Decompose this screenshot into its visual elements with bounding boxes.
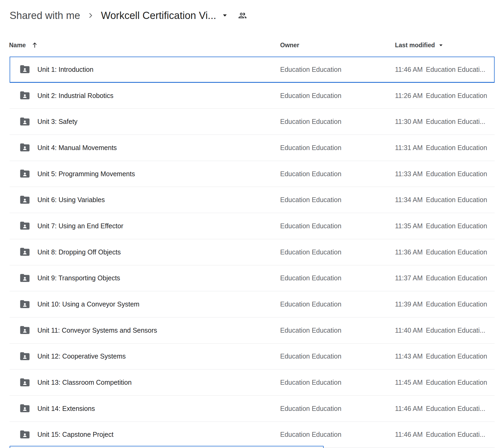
table-row[interactable]: Unit 12: Cooperative Systems Education E… [10, 344, 495, 370]
modified-time: 11:39 AM [395, 300, 423, 308]
owner-name: Education Education [280, 66, 395, 73]
folder-name: Unit 15: Capstone Project [37, 431, 280, 438]
modified-by: Education Education [426, 352, 487, 360]
sort-ascending-arrow-icon [31, 41, 39, 49]
last-modified-cell: 11:33 AM Education Education [395, 170, 495, 178]
modified-time: 11:36 AM [395, 248, 423, 256]
modified-by: Education Educati... [426, 327, 485, 334]
modified-time: 11:40 AM [395, 327, 423, 334]
shared-folder-icon [19, 351, 30, 362]
owner-name: Education Education [280, 222, 395, 230]
modified-time: 11:26 AM [395, 92, 423, 100]
last-modified-cell: 11:36 AM Education Education [395, 248, 495, 256]
modified-by: Education Educati... [426, 118, 485, 125]
folder-name: Unit 12: Cooperative Systems [37, 352, 280, 360]
partial-selected-row[interactable] [10, 446, 324, 448]
folder-name: Unit 4: Manual Movements [37, 144, 280, 152]
table-row[interactable]: Unit 4: Manual Movements Education Educa… [10, 135, 495, 161]
last-modified-cell: 11:30 AM Education Educati... [395, 118, 495, 125]
shared-folder-icon [19, 429, 30, 440]
last-modified-cell: 11:46 AM Education Educati... [395, 431, 495, 438]
owner-name: Education Education [280, 144, 395, 152]
modified-by: Education Educati... [426, 431, 485, 438]
owner-name: Education Education [280, 248, 395, 256]
modified-by: Education Education [426, 274, 487, 282]
file-list: Unit 1: Introduction Education Education… [10, 57, 495, 448]
table-header: Name Owner Last modified [0, 23, 501, 57]
table-row[interactable]: Unit 1: Introduction Education Education… [10, 57, 495, 83]
folder-name: Unit 11: Conveyor Systems and Sensors [37, 327, 280, 334]
modified-time: 11:33 AM [395, 170, 423, 178]
modified-time: 11:45 AM [395, 379, 423, 386]
shared-folder-icon [19, 246, 30, 258]
modified-by: Education Education [426, 144, 487, 152]
last-modified-cell: 11:46 AM Education Educati... [395, 405, 495, 412]
table-row[interactable]: Unit 11: Conveyor Systems and Sensors Ed… [10, 317, 495, 344]
folder-name: Unit 1: Introduction [37, 66, 280, 73]
folder-name: Unit 13: Classroom Competition [37, 379, 280, 386]
table-row[interactable]: Unit 9: Transporting Objects Education E… [10, 265, 495, 292]
table-row[interactable]: Unit 10: Using a Conveyor System Educati… [10, 291, 495, 317]
folder-name: Unit 5: Programming Movements [37, 170, 280, 178]
table-row[interactable]: Unit 7: Using an End Effector Education … [10, 213, 495, 239]
modified-time: 11:46 AM [395, 431, 423, 438]
table-row[interactable]: Unit 13: Classroom Competition Education… [10, 370, 495, 396]
caret-down-icon [439, 44, 443, 47]
breadcrumb-shared-with-me[interactable]: Shared with me [10, 10, 80, 21]
shared-folder-icon [19, 273, 30, 284]
shared-folder-icon [19, 90, 30, 101]
modified-time: 11:43 AM [395, 352, 423, 360]
chevron-right-icon [87, 11, 95, 19]
modified-time: 11:30 AM [395, 118, 423, 125]
owner-name: Education Education [280, 327, 395, 334]
modified-time: 11:35 AM [395, 222, 423, 230]
folder-name: Unit 6: Using Variables [37, 196, 280, 204]
breadcrumb-current-folder[interactable]: Workcell Certification Vi... [101, 10, 216, 21]
column-header-name-label: Name [9, 42, 26, 49]
caret-down-icon[interactable] [222, 14, 228, 17]
column-header-owner: Owner [280, 42, 395, 49]
shared-folder-icon [19, 325, 30, 336]
shared-folder-icon [19, 299, 30, 310]
table-row[interactable]: Unit 8: Dropping Off Objects Education E… [10, 239, 495, 265]
owner-name: Education Education [280, 118, 395, 125]
modified-by: Education Education [426, 170, 487, 178]
people-icon [238, 11, 247, 20]
shared-folder-icon [19, 403, 30, 414]
table-row[interactable]: Unit 5: Programming Movements Education … [10, 161, 495, 187]
owner-name: Education Education [280, 300, 395, 308]
column-header-name[interactable]: Name [9, 41, 280, 49]
owner-name: Education Education [280, 405, 395, 412]
last-modified-cell: 11:37 AM Education Education [395, 274, 495, 282]
modified-by: Education Education [426, 300, 487, 308]
table-row[interactable]: Unit 3: Safety Education Education 11:30… [10, 109, 495, 135]
modified-by: Education Educati... [426, 66, 485, 73]
last-modified-cell: 11:40 AM Education Educati... [395, 327, 495, 334]
shared-folder-icon [19, 64, 30, 75]
owner-name: Education Education [280, 431, 395, 438]
owner-name: Education Education [280, 92, 395, 100]
last-modified-cell: 11:46 AM Education Educati... [395, 66, 495, 73]
modified-by: Education Education [426, 222, 487, 230]
last-modified-cell: 11:34 AM Education Education [395, 196, 495, 204]
owner-name: Education Education [280, 196, 395, 204]
table-row[interactable]: Unit 14: Extensions Education Education … [10, 396, 495, 422]
folder-name: Unit 8: Dropping Off Objects [37, 248, 280, 256]
modified-time: 11:46 AM [395, 66, 423, 73]
folder-name: Unit 2: Industrial Robotics [37, 92, 280, 100]
modified-time: 11:31 AM [395, 144, 423, 152]
modified-by: Education Education [426, 92, 487, 100]
modified-by: Education Educati... [426, 405, 485, 412]
column-header-last-modified[interactable]: Last modified [395, 42, 443, 49]
table-row[interactable]: Unit 15: Capstone Project Education Educ… [10, 422, 495, 448]
shared-folder-icon [19, 194, 30, 206]
last-modified-cell: 11:43 AM Education Education [395, 352, 495, 360]
shared-folder-icon [19, 116, 30, 127]
table-row[interactable]: Unit 6: Using Variables Education Educat… [10, 187, 495, 213]
owner-name: Education Education [280, 379, 395, 386]
table-row[interactable]: Unit 2: Industrial Robotics Education Ed… [10, 83, 495, 109]
modified-by: Education Education [426, 248, 487, 256]
folder-name: Unit 10: Using a Conveyor System [37, 300, 280, 308]
folder-name: Unit 7: Using an End Effector [37, 222, 280, 230]
modified-time: 11:34 AM [395, 196, 423, 204]
